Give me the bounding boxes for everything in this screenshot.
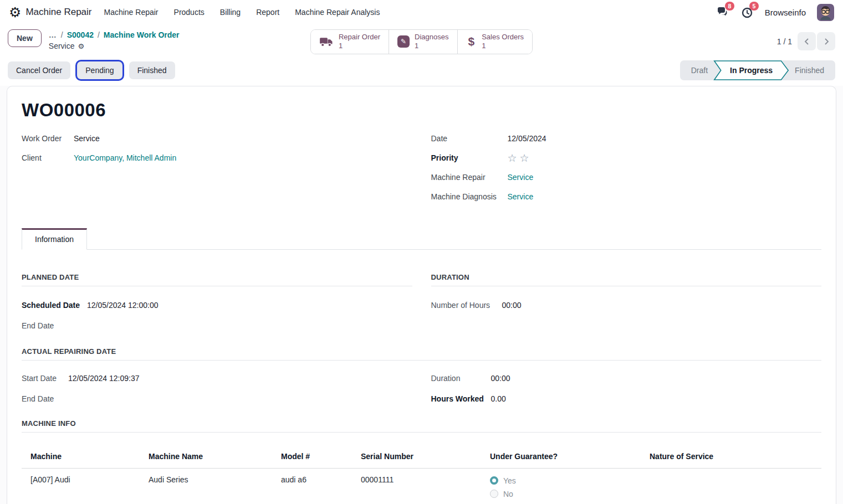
messages-badge: 8 [725, 2, 734, 11]
new-button[interactable]: New [8, 29, 42, 47]
priority-stars[interactable]: ☆☆ [508, 153, 532, 163]
date-value[interactable]: 12/05/2024 [508, 134, 546, 143]
breadcrumb-ellipsis[interactable]: … [49, 30, 57, 39]
work-order-title[interactable]: WO00006 [22, 100, 821, 121]
menu-machine-repair[interactable]: Machine Repair [104, 8, 158, 17]
guarantee-yes-option[interactable]: Yes [490, 476, 641, 485]
actual-repairing-date-title: ACTUAL REPAIRING DATE [22, 347, 821, 356]
smart-buttons: Repair Order 1 ✎ Diagnoses 1 $ Sales Ord… [310, 29, 533, 54]
repair-order-smart-button[interactable]: Repair Order 1 [311, 30, 389, 54]
avatar-image [817, 4, 834, 21]
statusbar: Draft In Progress Finished [680, 60, 835, 80]
machine-repair-logo-gear-icon: ⚙ [9, 6, 21, 19]
column-model: Model # [272, 445, 352, 468]
navbar-right: 8 5 Browseinfo [716, 4, 834, 21]
machine-repair-value-link[interactable]: Service [508, 173, 534, 182]
settings-gear-icon[interactable]: ⚙ [78, 42, 84, 50]
header-field-grid: Work Order Service Client YourCompany, M… [22, 133, 821, 210]
guarantee-no-label: No [503, 490, 513, 498]
breadcrumb-separator: / [98, 30, 100, 39]
duration-section: DURATION Number of Hours 00:00 [431, 273, 822, 341]
smart-button-count: 1 [482, 42, 524, 50]
actual-end-date-label: End Date [22, 394, 68, 403]
hours-worked-value[interactable]: 0.00 [491, 394, 506, 403]
start-date-label: Start Date [22, 374, 68, 383]
radio-unselected-icon[interactable] [490, 490, 498, 498]
chevron-right-icon [823, 38, 830, 45]
top-navbar: ⚙ Machine Repair Machine Repair Products… [0, 0, 843, 24]
date-label: Date [431, 134, 508, 143]
status-step-finished[interactable]: Finished [784, 60, 835, 80]
status-step-in-progress-active[interactable]: In Progress [713, 60, 789, 80]
sales-orders-smart-button[interactable]: $ Sales Orders 1 [458, 30, 533, 54]
right-field-group: Date 12/05/2024 Priority ☆☆ Machine Repa… [431, 133, 822, 210]
pager-count: 1 / 1 [777, 37, 792, 46]
cell-model[interactable]: audi a6 [272, 469, 352, 504]
chevron-left-icon [804, 38, 810, 45]
pager-next-button[interactable] [817, 32, 835, 50]
menu-machine-repair-analysis[interactable]: Machine Repair Analysis [295, 8, 380, 17]
star-icon[interactable]: ☆ [508, 152, 520, 164]
activities-icon[interactable]: 5 [740, 6, 754, 19]
work-order-label: Work Order [22, 134, 74, 143]
column-nature-of-service: Nature of Service [641, 445, 821, 468]
start-date-value[interactable]: 12/05/2024 12:09:37 [68, 374, 139, 383]
machine-diagnosis-value-link[interactable]: Service [508, 192, 534, 201]
table-row[interactable]: [A007] Audi Audi Series audi a6 00001111… [22, 469, 821, 504]
cancel-order-button[interactable]: Cancel Order [8, 61, 70, 79]
scheduled-date-value[interactable]: 12/05/2024 12:00:00 [87, 301, 158, 310]
tab-information[interactable]: Information [22, 228, 87, 250]
duration-title: DURATION [431, 273, 822, 281]
smart-button-label: Repair Order [339, 33, 380, 42]
menu-billing[interactable]: Billing [220, 8, 241, 17]
cell-nature-of-service[interactable] [641, 469, 821, 504]
hours-worked-label: Hours Worked [431, 394, 491, 403]
table-header-row: Machine Machine Name Model # Serial Numb… [22, 445, 821, 469]
messages-icon[interactable]: 8 [716, 6, 729, 19]
pencil-icon: ✎ [397, 35, 410, 48]
finished-button[interactable]: Finished [129, 61, 175, 79]
machine-info-table: Machine Machine Name Model # Serial Numb… [22, 445, 821, 504]
actual-duration-label: Duration [431, 374, 491, 383]
menu-products[interactable]: Products [174, 8, 205, 17]
breadcrumb-separator: / [61, 30, 63, 39]
under-guarantee-radio-group: Yes No [490, 475, 641, 498]
column-machine-name: Machine Name [140, 445, 272, 468]
form-view-background: WO00006 Work Order Service Client YourCo… [0, 86, 843, 504]
guarantee-yes-label: Yes [503, 476, 516, 485]
cell-machine[interactable]: [A007] Audi [22, 469, 140, 504]
breadcrumb-current-record: Service [49, 42, 75, 50]
brand-name: Machine Repair [25, 7, 91, 18]
actual-repairing-date-section: ACTUAL REPAIRING DATE Start Date 12/05/2… [22, 347, 821, 414]
breadcrumb-machine-work-order[interactable]: Machine Work Order [104, 30, 180, 39]
cell-serial-number[interactable]: 00001111 [352, 469, 481, 504]
guarantee-no-option[interactable]: No [490, 490, 641, 498]
diagnoses-smart-button[interactable]: ✎ Diagnoses 1 [389, 30, 457, 54]
column-machine: Machine [22, 445, 140, 468]
number-of-hours-value[interactable]: 00:00 [502, 301, 522, 310]
control-panel: New … / S00042 / Machine Work Order Serv… [0, 24, 843, 56]
breadcrumb-s00042[interactable]: S00042 [67, 30, 94, 39]
star-icon[interactable]: ☆ [520, 152, 532, 164]
machine-repair-label: Machine Repair [431, 173, 508, 182]
smart-button-label: Diagnoses [415, 33, 448, 42]
user-avatar[interactable] [817, 4, 834, 21]
actual-duration-value[interactable]: 00:00 [491, 374, 510, 383]
column-serial-number: Serial Number [352, 445, 481, 468]
pager-previous-button[interactable] [798, 32, 816, 50]
client-label: Client [22, 153, 74, 162]
menu-report[interactable]: Report [256, 8, 279, 17]
pager: 1 / 1 [533, 29, 835, 50]
client-value-link[interactable]: YourCompany, Mitchell Admin [74, 153, 176, 162]
user-name[interactable]: Browseinfo [765, 8, 806, 17]
radio-selected-icon[interactable] [490, 476, 498, 485]
action-buttons: Cancel Order Pending Finished [8, 61, 175, 79]
cell-machine-name[interactable]: Audi Series [140, 469, 272, 504]
app-brand[interactable]: ⚙ Machine Repair [9, 6, 91, 19]
smart-button-label: Sales Orders [482, 33, 524, 42]
pending-button[interactable]: Pending [77, 61, 122, 79]
number-of-hours-label: Number of Hours [431, 301, 502, 310]
breadcrumb-area: New … / S00042 / Machine Work Order Serv… [8, 29, 310, 50]
truck-icon [319, 36, 334, 47]
work-order-value[interactable]: Service [74, 134, 100, 143]
